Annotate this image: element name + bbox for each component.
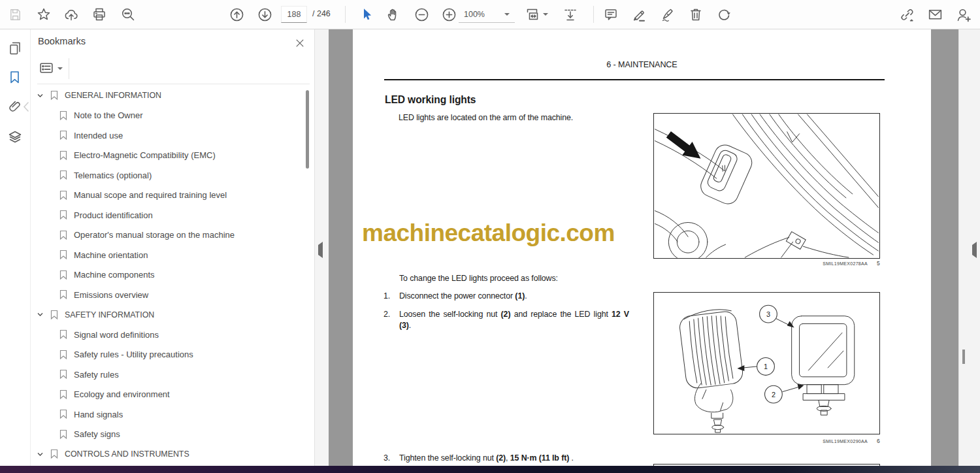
hand-tool-button[interactable] bbox=[384, 5, 402, 24]
figure-led-location bbox=[653, 113, 880, 259]
bookmark-item[interactable]: Signal word definitions bbox=[31, 325, 305, 345]
bookmark-item[interactable]: Intended use bbox=[31, 125, 305, 146]
page-number-input[interactable] bbox=[281, 6, 307, 23]
bookmark-item[interactable]: Safety signs bbox=[31, 425, 305, 445]
vertical-scrollbar-thumb[interactable] bbox=[962, 350, 965, 364]
expand-right-panel-button[interactable] bbox=[972, 245, 977, 255]
highlight-button[interactable] bbox=[630, 5, 648, 24]
chevron-down-icon bbox=[57, 67, 63, 70]
previous-page-button[interactable] bbox=[227, 5, 246, 24]
bookmark-icon bbox=[50, 310, 59, 320]
bookmark-label: GENERAL INFORMATION bbox=[65, 91, 161, 100]
step-2: 2.Loosen the self-locking nut (2) and re… bbox=[384, 309, 629, 331]
close-icon bbox=[294, 37, 306, 49]
bookmark-item[interactable]: Operator's manual storage on the machine bbox=[31, 225, 305, 246]
zoom-level-select[interactable]: 100% bbox=[459, 7, 515, 23]
layers-tab[interactable] bbox=[6, 128, 24, 146]
vertical-scrollbar[interactable] bbox=[958, 29, 980, 473]
page-total-label: / 246 bbox=[312, 9, 331, 18]
zoom-in-icon bbox=[441, 7, 457, 23]
bookmark-item[interactable]: Machine orientation bbox=[31, 245, 305, 265]
bookmark-label: Manual scope and required training level bbox=[74, 190, 227, 200]
bookmark-item[interactable]: Safety rules - Utility precautions bbox=[31, 345, 305, 365]
bookmark-label: Safety rules bbox=[74, 370, 119, 380]
step-3: 3.Tighten the self-locking nut (2), 15 N… bbox=[384, 453, 574, 464]
bookmark-label: Machine components bbox=[74, 270, 155, 280]
figure-number: 6 bbox=[877, 438, 880, 444]
bookmarks-scrollbar-thumb[interactable] bbox=[306, 90, 309, 169]
attachments-icon bbox=[7, 99, 23, 114]
bookmark-label: SAFETY INFORMATION bbox=[65, 310, 154, 319]
link-button[interactable] bbox=[898, 5, 916, 24]
bookmarks-tab[interactable] bbox=[6, 69, 24, 87]
panel-collapse-strip bbox=[314, 29, 329, 473]
bookmark-item[interactable]: Emissions overview bbox=[31, 285, 305, 305]
pointer-arrow bbox=[664, 127, 706, 165]
print-button[interactable] bbox=[90, 5, 108, 24]
delete-button[interactable] bbox=[687, 5, 705, 24]
hand-tool-icon bbox=[385, 7, 401, 22]
save-button[interactable] bbox=[6, 5, 24, 24]
rotate-button[interactable] bbox=[715, 5, 733, 24]
bookmark-icon bbox=[59, 130, 68, 140]
left-icon-strip bbox=[0, 29, 31, 473]
bookmark-icon bbox=[50, 449, 59, 459]
select-tool-button[interactable] bbox=[357, 5, 375, 24]
collapse-panel-button[interactable] bbox=[318, 245, 323, 255]
bookmark-item[interactable]: Manual scope and required training level bbox=[31, 186, 305, 206]
bookmark-section[interactable]: SAFETY INFORMATION bbox=[31, 305, 305, 325]
bookmark-section[interactable]: CONTROLS AND INSTRUMENTS bbox=[31, 444, 305, 465]
step-1: 1.Disconnect the power connector (1). bbox=[384, 291, 527, 302]
attachments-tab[interactable] bbox=[6, 97, 24, 116]
share-button[interactable] bbox=[62, 5, 80, 24]
chevron-down-icon bbox=[543, 13, 548, 16]
search-button[interactable] bbox=[119, 5, 137, 24]
email-button[interactable] bbox=[926, 5, 944, 24]
bookmark-item[interactable]: Machine components bbox=[31, 265, 305, 285]
figure-number: 5 bbox=[877, 260, 880, 267]
favorite-button[interactable] bbox=[35, 5, 53, 24]
layers-icon bbox=[7, 129, 23, 145]
bookmark-icon bbox=[59, 250, 68, 260]
zoom-out-button[interactable] bbox=[412, 5, 431, 24]
star-icon bbox=[36, 7, 52, 22]
page-thumbnails-tab[interactable] bbox=[6, 39, 24, 57]
bookmark-item[interactable]: Telematics (optional) bbox=[31, 165, 305, 186]
options-divider bbox=[69, 58, 69, 79]
add-user-button[interactable] bbox=[954, 5, 972, 24]
sign-button[interactable] bbox=[659, 5, 677, 24]
bookmark-options-button[interactable] bbox=[39, 60, 65, 77]
bookmark-icon bbox=[59, 170, 68, 180]
bookmark-icon bbox=[59, 350, 68, 360]
fit-page-icon bbox=[525, 7, 540, 22]
bookmark-label: Telematics (optional) bbox=[74, 171, 152, 180]
figure-led-replacement-drawing: 3 1 2 bbox=[654, 293, 879, 434]
bookmark-label: Electro-Magnetic Compatibility (EMC) bbox=[74, 150, 216, 160]
bookmark-item[interactable]: Hand signals bbox=[31, 404, 305, 425]
next-page-button[interactable] bbox=[255, 5, 274, 24]
bookmark-icon bbox=[59, 389, 68, 400]
fit-page-button[interactable] bbox=[523, 5, 550, 24]
page-thumbnails-icon bbox=[7, 41, 23, 56]
step-number: 2. bbox=[384, 309, 399, 320]
bookmark-item[interactable]: Note to the Owner bbox=[31, 106, 305, 126]
bookmark-item[interactable]: Safety rules bbox=[31, 365, 305, 385]
step-number: 3. bbox=[384, 453, 399, 464]
bookmark-item[interactable]: Ecology and environment bbox=[31, 385, 305, 405]
bookmark-item[interactable]: Product identification bbox=[31, 205, 305, 225]
chevron-down-icon bbox=[37, 92, 44, 99]
bookmark-item[interactable]: Electro-Magnetic Compatibility (EMC) bbox=[31, 146, 305, 166]
bookmark-label: Signal word definitions bbox=[74, 330, 159, 340]
toolbar-divider bbox=[345, 6, 346, 23]
zoom-in-button[interactable] bbox=[440, 5, 458, 24]
figure-caption: SMIL19MEX0278AA5 bbox=[653, 260, 880, 267]
chevron-down-icon bbox=[37, 451, 44, 458]
bookmark-icon bbox=[59, 210, 68, 220]
pdf-reader-window: / 246 100% Bookmarks GENERAL bbox=[0, 0, 980, 473]
page-down-icon bbox=[257, 7, 273, 23]
fit-width-button[interactable] bbox=[561, 5, 580, 24]
bookmark-section[interactable]: GENERAL INFORMATION bbox=[31, 86, 305, 106]
close-panel-button[interactable] bbox=[291, 34, 309, 52]
mail-icon bbox=[927, 7, 943, 23]
comment-button[interactable] bbox=[602, 5, 620, 24]
